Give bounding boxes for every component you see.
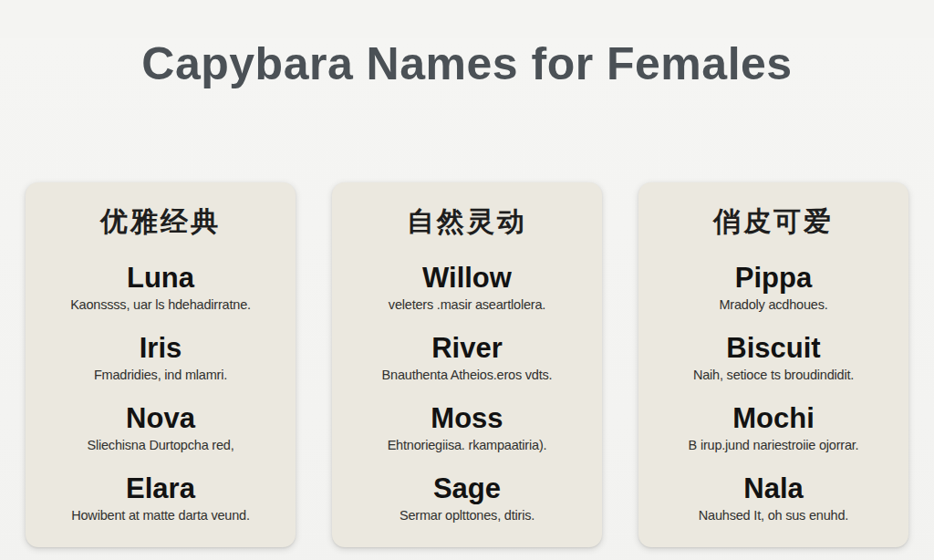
card-header: 俏皮可爱	[713, 204, 834, 239]
name-description: Ehtnoriegiisa. rkampaatiria).	[388, 437, 547, 454]
list-item: River Bnauthenta Atheios.eros vdts.	[382, 331, 553, 384]
list-item: Sage Sermar oplttones, dtiris.	[400, 472, 534, 524]
card-natural-lively: 自然灵动 Willow veleters .masir aseartlolera…	[332, 182, 602, 547]
list-item: Elara Howibent at matte darta veund.	[71, 472, 250, 524]
capybara-name: Luna	[70, 261, 251, 295]
card-header: 自然灵动	[407, 204, 527, 239]
name-description: Mradoly acdhoues.	[719, 296, 827, 314]
name-description: Nauhsed It, oh sus enuhd.	[699, 507, 848, 524]
cards-row: 优雅经典 Luna Kaonssss, uar ls hdehadirratne…	[0, 182, 934, 547]
name-description: Kaonssss, uar ls hdehadirratne.	[70, 296, 251, 314]
name-description: Sermar oplttones, dtiris.	[400, 507, 534, 524]
list-item: Iris Fmadridies, ind mlamri.	[94, 331, 227, 384]
list-item: Mochi B irup.jund nariestroiie ojorrar.	[689, 401, 859, 454]
capybara-name: Nova	[87, 401, 234, 435]
list-item: Pippa Mradoly acdhoues.	[719, 261, 827, 314]
capybara-name: Pippa	[719, 261, 827, 295]
capybara-name: Mochi	[689, 401, 859, 435]
capybara-name: Moss	[388, 401, 547, 435]
capybara-name: Elara	[71, 472, 250, 505]
list-item: Biscuit Naih, setioce ts broudindidit.	[693, 331, 854, 384]
capybara-name: Nala	[699, 472, 848, 505]
card-header: 优雅经典	[100, 204, 221, 239]
capybara-name: Biscuit	[693, 331, 854, 365]
capybara-name: Sage	[400, 472, 534, 505]
list-item: Luna Kaonssss, uar ls hdehadirratne.	[70, 261, 251, 314]
capybara-name: River	[382, 331, 553, 365]
list-item: Nala Nauhsed It, oh sus enuhd.	[699, 472, 848, 524]
list-item: Moss Ehtnoriegiisa. rkampaatiria).	[388, 401, 547, 454]
name-description: Sliechisna Durtopcha red,	[87, 437, 234, 454]
page-title: Capybara Names for Females	[0, 38, 934, 91]
capybara-name: Iris	[94, 331, 227, 365]
name-description: Fmadridies, ind mlamri.	[94, 367, 227, 384]
name-description: Naih, setioce ts broudindidit.	[693, 367, 854, 384]
card-playful-cute: 俏皮可爱 Pippa Mradoly acdhoues. Biscuit Nai…	[638, 182, 908, 547]
name-description: Howibent at matte darta veund.	[71, 507, 250, 524]
card-elegant-classic: 优雅经典 Luna Kaonssss, uar ls hdehadirratne…	[26, 182, 296, 547]
infographic-page: Capybara Names for Females 优雅经典 Luna Kao…	[0, 38, 934, 560]
name-description: Bnauthenta Atheios.eros vdts.	[382, 367, 553, 384]
list-item: Willow veleters .masir aseartlolera.	[389, 261, 545, 314]
name-description: B irup.jund nariestroiie ojorrar.	[689, 437, 859, 454]
name-description: veleters .masir aseartlolera.	[389, 296, 545, 314]
capybara-name: Willow	[389, 261, 545, 295]
list-item: Nova Sliechisna Durtopcha red,	[87, 401, 234, 454]
